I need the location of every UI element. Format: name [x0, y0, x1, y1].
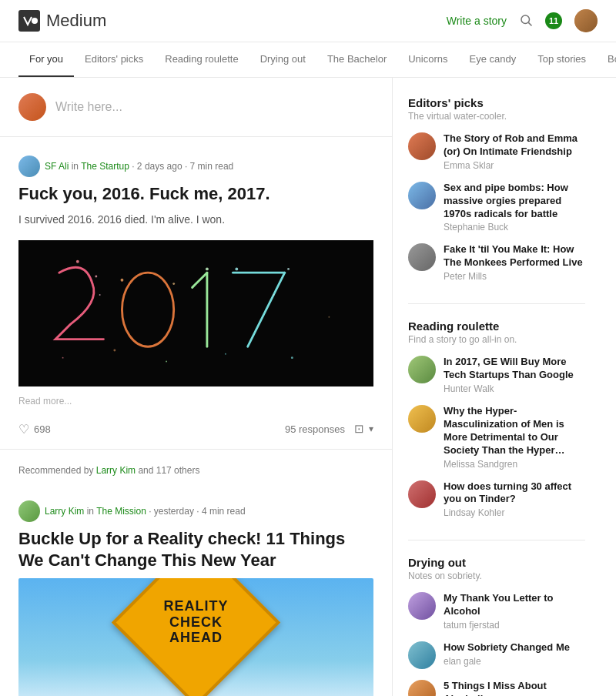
sidebar: Editors' picks The virtual water-cooler.…	[393, 78, 601, 696]
sidebar-thumb	[408, 356, 436, 383]
sidebar-item-text: Why the Hyper-Masculinization of Men is …	[444, 405, 585, 470]
sidebar-item-author: tatum fjerstad	[444, 620, 585, 631]
svg-point-20	[113, 349, 116, 351]
nav-tab-eye-candy[interactable]: Eye candy	[459, 42, 527, 77]
sidebar-item[interactable]: In 2017, GE Will Buy More Tech Startups …	[408, 356, 585, 394]
nav-tab-the-bachelor[interactable]: The Bachelor	[316, 42, 397, 77]
sidebar-item-author: Hunter Walk	[444, 383, 585, 394]
sidebar-item-title: The Story of Rob and Emma (or) On Intima…	[444, 132, 585, 159]
nav-tabs: For youEditors' picksReading rouletteDry…	[0, 42, 616, 78]
sidebar-item[interactable]: My Thank You Letter to Alcohol tatum fje…	[408, 592, 585, 631]
header: Medium Write a story 11	[0, 0, 616, 42]
sidebar-item[interactable]: How does turning 30 affect you on Tinder…	[408, 480, 585, 519]
drying-out-title: Drying out	[408, 556, 585, 569]
sign-line-3: AHEAD	[163, 631, 228, 647]
sidebar-item[interactable]: Fake It 'til You Make It: How The Monkee…	[408, 243, 585, 282]
svg-rect-4	[18, 243, 373, 383]
editors-picks-section: Editors' picks The virtual water-cooler.…	[408, 96, 585, 282]
sidebar-thumb	[408, 480, 436, 508]
sidebar-divider	[408, 540, 585, 540]
drying-out-section: Drying out Notes on sobriety. My Thank Y…	[408, 556, 585, 696]
sidebar-thumb	[408, 405, 436, 433]
svg-point-6	[95, 275, 97, 277]
sidebar-item[interactable]: 5 Things I Miss About Alcoholism Emerson…	[408, 680, 585, 696]
sidebar-item-author: Stephanie Buck	[444, 222, 585, 233]
medium-logo-icon	[18, 10, 40, 32]
svg-point-10	[172, 283, 175, 285]
write-box: Write here...	[0, 78, 392, 137]
sidebar-item-title: My Thank You Letter to Alcohol	[444, 592, 585, 618]
nav-tab-reading-roulette[interactable]: Reading roulette	[154, 42, 249, 77]
sidebar-item-text: How Sobriety Changed Me elan gale	[444, 641, 585, 667]
like-button[interactable]: ♡ 698	[18, 422, 51, 437]
recommended-by: Recommended by Larry Kim and 117 others	[0, 450, 392, 482]
sidebar-item-author: Melissa Sandgren	[444, 459, 585, 470]
article-meta: SF Ali in The Startup · 2 days ago · 7 m…	[18, 156, 373, 177]
svg-point-23	[291, 356, 293, 359]
svg-point-5	[76, 259, 79, 263]
heart-icon: ♡	[18, 422, 29, 437]
author-avatar-2	[18, 500, 40, 522]
nav-tab-editors-picks[interactable]: Editors' picks	[74, 42, 154, 77]
sidebar-item-author: Emma Sklar	[444, 160, 585, 171]
sidebar-item[interactable]: Sex and pipe bombs: How massive orgies p…	[408, 182, 585, 233]
article-title[interactable]: Fuck you, 2016. Fuck me, 2017.	[18, 183, 373, 206]
nav-tab-unicorns[interactable]: Unicorns	[397, 42, 458, 77]
write-story-link[interactable]: Write a story	[447, 15, 507, 27]
sidebar-item-title: How does turning 30 affect you on Tinder…	[444, 480, 585, 507]
author-info-2: Larry Kim in The Mission · yesterday · 4…	[45, 506, 246, 517]
nav-tab-for-you[interactable]: For you	[18, 42, 74, 77]
sidebar-item-title: In 2017, GE Will Buy More Tech Startups …	[444, 356, 585, 382]
read-more-link[interactable]: Read more...	[18, 386, 373, 413]
svg-point-1	[32, 18, 38, 24]
sidebar-thumb	[408, 182, 436, 209]
sidebar-item-text: 5 Things I Miss About Alcoholism Emerson…	[444, 680, 585, 696]
article-title-2[interactable]: Buckle Up for a Reality check! 11 Things…	[18, 528, 373, 572]
sidebar-thumb	[408, 641, 436, 669]
sidebar-item-title: Fake It 'til You Make It: How The Monkee…	[444, 243, 585, 269]
notification-badge[interactable]: 11	[545, 12, 562, 29]
chevron-down-icon[interactable]: ▾	[369, 423, 373, 434]
svg-point-2	[521, 15, 530, 24]
article-meta-2: Larry Kim in The Mission · yesterday · 4…	[18, 500, 373, 522]
sidebar-item[interactable]: How Sobriety Changed Me elan gale	[408, 641, 585, 669]
write-placeholder[interactable]: Write here...	[55, 100, 373, 114]
sidebar-item-title: 5 Things I Miss About Alcoholism	[444, 680, 585, 696]
author-name[interactable]: SF Ali	[45, 161, 69, 172]
sidebar-item-text: In 2017, GE Will Buy More Tech Startups …	[444, 356, 585, 394]
publication-name[interactable]: The Startup	[81, 161, 129, 172]
svg-point-19	[62, 356, 64, 358]
nav-tab-top-stories[interactable]: Top stories	[527, 42, 597, 77]
responses-button[interactable]: 95 responses	[285, 423, 345, 435]
svg-point-21	[166, 360, 167, 362]
svg-point-22	[225, 353, 226, 354]
article-card: SF Ali in The Startup · 2 days ago · 7 m…	[0, 137, 392, 450]
sidebar-thumb	[408, 592, 436, 620]
sidebar-item[interactable]: Why the Hyper-Masculinization of Men is …	[408, 405, 585, 470]
article-image-2: REALITY CHECK AHEAD	[18, 578, 373, 696]
author-name-2[interactable]: Larry Kim	[45, 506, 84, 517]
svg-point-9	[121, 278, 124, 281]
sidebar-item-text: How does turning 30 affect you on Tinder…	[444, 480, 585, 519]
reading-roulette-title: Reading roulette	[408, 320, 585, 333]
nav-tab-bookmarks[interactable]: Bookmarks	[597, 42, 616, 77]
article-image	[18, 240, 373, 386]
logo[interactable]: Medium	[18, 10, 106, 32]
like-count: 698	[34, 423, 51, 435]
sidebar-item-author: Peter Mills	[444, 271, 585, 282]
svg-point-13	[206, 267, 209, 270]
search-icon[interactable]	[519, 13, 533, 29]
svg-point-18	[273, 294, 274, 296]
article-subtitle: I survived 2016. 2016 died. I'm alive. I…	[18, 212, 373, 228]
author-info: SF Ali in The Startup · 2 days ago · 7 m…	[45, 161, 233, 172]
drying-out-subtitle: Notes on sobriety.	[408, 571, 585, 581]
nav-tab-drying-out[interactable]: Drying out	[249, 42, 316, 77]
sidebar-thumb	[408, 132, 436, 160]
recommender-link[interactable]: Larry Kim	[96, 465, 136, 476]
publication-name-2[interactable]: The Mission	[96, 506, 146, 517]
article-footer: ♡ 698 95 responses ⊡ ▾	[18, 413, 373, 449]
user-avatar[interactable]	[574, 9, 598, 32]
bookmark-icon[interactable]: ⊡	[354, 422, 364, 436]
editors-picks-subtitle: The virtual water-cooler.	[408, 111, 585, 122]
sidebar-item[interactable]: The Story of Rob and Emma (or) On Intima…	[408, 132, 585, 171]
